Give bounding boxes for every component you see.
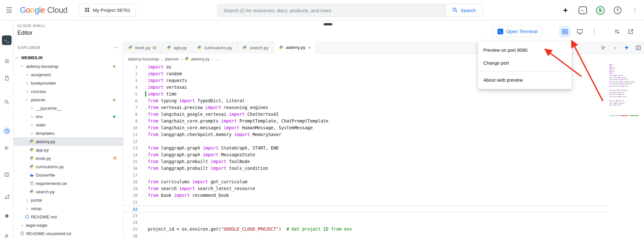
- search-button[interactable]: [3, 98, 11, 106]
- tree-item-aidemy-py[interactable]: aidemy.py: [14, 137, 123, 146]
- tree-item-aidemy-boostrap[interactable]: ›aidemy-boostrap: [14, 62, 123, 70]
- file-python-icon: [30, 139, 34, 144]
- menu-item-about-web-preview[interactable]: About web preview: [478, 74, 572, 87]
- code-line-9[interactable]: 9from langchain_core.prompts import Prom…: [123, 118, 608, 124]
- code-line-14[interactable]: 14from langgraph.graph import MessagesSt…: [123, 151, 608, 158]
- minimap-line: [610, 64, 639, 65]
- ruler-button[interactable]: [3, 192, 11, 201]
- search-input[interactable]: [217, 4, 445, 17]
- gemini-code-assist-icon[interactable]: [623, 44, 630, 51]
- flag-button[interactable]: [3, 232, 11, 238]
- help-icon[interactable]: ?: [613, 6, 622, 15]
- tree-item-dockerfile[interactable]: Dockerfile: [14, 171, 123, 179]
- breadcrumb-item-aidemy-boostrap[interactable]: aidemy-boostrap: [128, 57, 159, 61]
- code-line-19[interactable]: 19from search import search_latest_resou…: [123, 185, 608, 192]
- code-line-26[interactable]: 26: [123, 233, 608, 238]
- tree-item-readme-cloudshell-txt[interactable]: README-cloudshell.txt: [14, 229, 123, 238]
- code-line-8[interactable]: 8from langchain_google_vertexai import C…: [123, 111, 608, 118]
- shellbar-more-icon[interactable]: ⋮: [589, 26, 600, 37]
- tree-item-requirements-txt[interactable]: requirements.txt: [14, 179, 123, 188]
- tree-item-readme-md[interactable]: README.md: [14, 213, 123, 221]
- tab-app-py[interactable]: app.py: [162, 41, 193, 54]
- tab-close-icon[interactable]: ×: [308, 45, 311, 50]
- main-menu-icon[interactable]: ☰: [6, 6, 12, 14]
- menu-item-preview-on-port-8080[interactable]: Preview on port 8080: [478, 44, 572, 57]
- run-dropdown-icon[interactable]: [611, 44, 619, 51]
- tree-item-static[interactable]: ›static: [14, 121, 123, 129]
- cloud-shell-logo[interactable]: >_: [2, 35, 12, 45]
- history-button[interactable]: [3, 127, 11, 135]
- tree-item-weimeilin[interactable]: ›WEIMEILIN: [14, 54, 123, 62]
- tab-book-py[interactable]: book.pyM: [123, 41, 162, 54]
- gemini-spark-icon[interactable]: [561, 6, 570, 15]
- run-icon[interactable]: [600, 44, 607, 51]
- tree-item-templates[interactable]: ›templates: [14, 129, 123, 137]
- tree-item-courses[interactable]: ›courses: [14, 87, 123, 96]
- tree-item-portal[interactable]: ›portal: [14, 196, 123, 204]
- project-selector-button[interactable]: My Project 58761: [79, 4, 136, 17]
- open-in-new-window-icon[interactable]: [625, 26, 636, 37]
- breadcrumb-label: aidemy.py: [191, 57, 210, 61]
- tab-search-py[interactable]: search.py: [238, 41, 274, 54]
- boost-mode-icon[interactable]: [574, 26, 585, 37]
- tab-curriculums-py[interactable]: curriculums.py: [192, 41, 238, 54]
- code-line-10[interactable]: 10from langchain_core.messages import Hu…: [123, 124, 608, 131]
- code-line-15[interactable]: 15from langgraph.prebuilt import ToolNod…: [123, 158, 608, 165]
- gem-button[interactable]: [3, 212, 11, 220]
- split-editor-icon[interactable]: [634, 44, 642, 51]
- code-line-12[interactable]: 12: [123, 138, 608, 145]
- tab-file-icon: [128, 45, 133, 50]
- files-button[interactable]: [3, 74, 11, 82]
- menu-item-change-port[interactable]: Change port: [478, 57, 572, 69]
- web-preview-button[interactable]: [559, 26, 571, 37]
- code-lines: 1import os2import random3import requests…: [123, 64, 608, 238]
- tree-item-bookprovider[interactable]: ›bookprovider: [14, 79, 123, 87]
- code-line-18[interactable]: 18from curriculums import get_curriculum: [123, 178, 608, 185]
- tree-item-assigment[interactable]: ›assigment: [14, 70, 123, 79]
- layout-button[interactable]: [3, 170, 11, 179]
- tree-item-env[interactable]: ›env: [14, 112, 123, 121]
- code-area[interactable]: 1import os2import random3import requests…: [123, 64, 644, 238]
- code-line-23[interactable]: 23: [123, 212, 608, 219]
- code-line-25[interactable]: 25project_id = os.environ.get("GOOGLE_CL…: [123, 226, 608, 233]
- code-line-11[interactable]: 11from langgraph.checkpoint.memory impor…: [123, 131, 608, 138]
- tree-item-pycache[interactable]: ›__pycache__: [14, 104, 123, 112]
- google-cloud-logo[interactable]: Google Cloud: [20, 5, 67, 15]
- menu-button[interactable]: [3, 57, 11, 65]
- open-terminal-button[interactable]: >_ Open Terminal: [492, 26, 543, 37]
- code-line-22[interactable]: 22: [123, 206, 608, 212]
- line-number: 13: [123, 145, 137, 151]
- breadcrumb-item-aidemy-py[interactable]: aidemy.py: [185, 57, 210, 61]
- minimap[interactable]: [610, 64, 639, 119]
- code-line-24[interactable]: 24: [123, 219, 608, 226]
- tree-item-legal-eagle[interactable]: ›legal-eagle: [14, 221, 123, 229]
- tab-aidemy-py[interactable]: aidemy.py×: [274, 41, 317, 54]
- code-line-16[interactable]: 16from langgraph.prebuilt import tools_c…: [123, 165, 608, 172]
- tree-item-curriculums-py[interactable]: curriculums.py: [14, 162, 123, 171]
- tree-item-search-py[interactable]: search.py: [14, 188, 123, 196]
- line-number: 4: [123, 84, 137, 91]
- notifications-badge[interactable]: 5: [596, 6, 605, 15]
- breadcrumb-item-[interactable]: …: [216, 57, 220, 61]
- explorer-more-icon[interactable]: ⋯: [113, 44, 118, 50]
- tree-item-book-py[interactable]: book.pyM: [14, 154, 123, 162]
- breadcrumb-item-planner[interactable]: planner: [165, 57, 179, 61]
- swap-panel-icon[interactable]: [611, 26, 623, 37]
- tab-file-icon: [243, 45, 247, 50]
- tree-item-setup[interactable]: ›setup: [14, 204, 123, 213]
- code-line-6[interactable]: 6from typing import TypedDict, Literal: [123, 97, 608, 104]
- activate-cloud-shell-icon[interactable]: >_: [578, 6, 587, 15]
- code-line-13[interactable]: 13from langgraph.graph import StateGraph…: [123, 145, 608, 151]
- code-line-21[interactable]: 21: [123, 199, 608, 206]
- search-button[interactable]: Search: [445, 4, 483, 17]
- code-line-5[interactable]: 5import time: [123, 91, 608, 97]
- tree-item-app-py[interactable]: app.py: [14, 146, 123, 154]
- run-button[interactable]: [3, 144, 11, 152]
- minimap-line: [610, 67, 639, 68]
- code-line-17[interactable]: 17: [123, 172, 608, 178]
- tree-item-planner[interactable]: ›planner: [14, 96, 123, 104]
- header-more-icon[interactable]: ⋮: [630, 6, 639, 15]
- code-line-7[interactable]: 7from vertexai.preview import reasoning_…: [123, 104, 608, 111]
- code-line-20[interactable]: 20from book import recommend_book: [123, 192, 608, 199]
- panel-drag-handle[interactable]: [324, 23, 332, 25]
